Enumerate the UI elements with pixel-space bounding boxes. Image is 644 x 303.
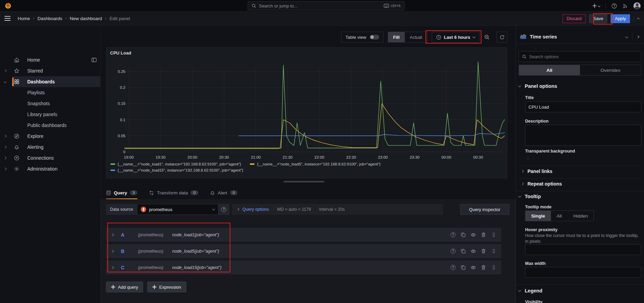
- query-row-c[interactable]: C (prometheus) node_load15{job="agent"}: [106, 260, 501, 274]
- news-rss-icon[interactable]: [623, 3, 628, 9]
- expand-query-icon[interactable]: [111, 266, 114, 269]
- sidebar-item-playlists[interactable]: Playlists: [0, 87, 101, 98]
- refresh-icon[interactable]: [496, 32, 507, 43]
- chevron-down-icon[interactable]: [4, 80, 6, 83]
- sidebar-item-explore[interactable]: Explore: [0, 131, 101, 142]
- panel-title[interactable]: CPU Load: [110, 50, 131, 55]
- expand-query-icon[interactable]: [111, 233, 114, 236]
- query-row-b[interactable]: B (prometheus) node_load5{job="agent"}: [106, 244, 501, 258]
- editor-tabs: Query 3 Transform data 0 Alert 0: [106, 187, 507, 198]
- discard-button[interactable]: Discard: [563, 14, 586, 23]
- tab-alert[interactable]: Alert 0: [210, 187, 237, 198]
- collapse-options-icon[interactable]: [637, 35, 639, 38]
- tab-overrides[interactable]: Overrides: [580, 65, 641, 75]
- max-width-input[interactable]: [525, 267, 641, 278]
- sidebar-item-label: Starred: [27, 68, 43, 74]
- hide-query-eye-icon[interactable]: [471, 249, 476, 254]
- drag-handle-icon[interactable]: [491, 249, 496, 254]
- breadcrumb-new-dashboard[interactable]: New dashboard: [70, 16, 102, 21]
- hide-query-eye-icon[interactable]: [471, 265, 476, 270]
- chevron-right-icon[interactable]: [4, 157, 6, 159]
- options-search[interactable]: [519, 51, 641, 62]
- chevron-right-icon[interactable]: [4, 69, 6, 72]
- plus-icon: [152, 285, 156, 289]
- zoom-out-time-icon[interactable]: [481, 32, 492, 43]
- sidebar-item-starred[interactable]: Starred: [0, 65, 101, 76]
- add-expression-button[interactable]: Expression: [147, 282, 186, 292]
- table-view-toggle[interactable]: [370, 35, 379, 39]
- hide-query-eye-icon[interactable]: [471, 232, 476, 238]
- menu-toggle-icon[interactable]: [4, 16, 11, 21]
- tooltip-mode-single[interactable]: Single: [525, 211, 551, 221]
- drag-handle-icon[interactable]: [491, 265, 496, 270]
- add-menu-button[interactable]: [592, 3, 600, 8]
- legend-item-node-load15[interactable]: {__name__="node_load15", instance="192.1…: [110, 168, 502, 172]
- tooltip-mode-hidden[interactable]: Hidden: [568, 211, 594, 221]
- query-row-a[interactable]: A (prometheus) node_load1{job="agent"}: [106, 228, 501, 242]
- panel-title-input[interactable]: [525, 101, 641, 112]
- time-series-chart[interactable]: 19:0019:3020:0020:3021:0021:3022:0022:30…: [106, 57, 507, 161]
- legend-swatch: [110, 170, 115, 171]
- expand-query-icon[interactable]: [111, 250, 114, 252]
- legend-item-node-load1[interactable]: {__name__="node_load1", instance="192.16…: [110, 162, 241, 166]
- add-query-button[interactable]: Add query: [106, 282, 143, 292]
- query-help-icon[interactable]: [450, 232, 456, 237]
- query-options-row[interactable]: Query options MD = auto = 1179 Interval …: [232, 204, 443, 215]
- global-search-input[interactable]: Search or jump to... ctrl+k: [248, 1, 404, 10]
- section-panel-options[interactable]: Panel options: [519, 83, 557, 89]
- chevron-right-icon[interactable]: [4, 168, 6, 170]
- tab-all[interactable]: All: [519, 65, 580, 75]
- chevron-right-icon[interactable]: [4, 135, 6, 138]
- options-search-input[interactable]: [529, 54, 638, 59]
- actual-option[interactable]: Actual: [405, 32, 427, 42]
- pane-resize-handle[interactable]: [283, 181, 324, 182]
- sidebar-item-public-dashboards[interactable]: Public dashboards: [0, 120, 101, 131]
- duplicate-icon[interactable]: [460, 249, 466, 254]
- fill-option[interactable]: Fill: [388, 32, 405, 42]
- delete-trash-icon[interactable]: [481, 232, 486, 237]
- legend-item-node-load5[interactable]: {__name__="node_load5", instance="192.16…: [250, 162, 380, 166]
- user-avatar[interactable]: [633, 2, 641, 10]
- breadcrumb-edit-panel: Edit panel: [109, 16, 130, 21]
- query-help-icon[interactable]: [450, 265, 456, 270]
- visualization-picker[interactable]: Time series: [516, 30, 644, 44]
- section-repeat-options[interactable]: Repeat options: [521, 181, 562, 187]
- section-legend[interactable]: Legend: [519, 288, 542, 293]
- section-tooltip[interactable]: Tooltip: [519, 194, 541, 199]
- duplicate-icon[interactable]: [460, 265, 466, 270]
- tab-transform-data[interactable]: Transform data 0: [149, 187, 198, 198]
- panel-description-input[interactable]: [525, 125, 641, 146]
- query-help-icon[interactable]: [450, 249, 456, 254]
- sidebar-item-connections[interactable]: Connections: [0, 153, 101, 163]
- datasource-picker[interactable]: prometheus: [137, 204, 218, 215]
- drag-handle-icon[interactable]: [491, 232, 496, 237]
- breadcrumb-dashboards[interactable]: Dashboards: [37, 16, 62, 21]
- query-inspector-button[interactable]: Query inspector: [460, 204, 509, 215]
- breadcrumb-home[interactable]: Home: [18, 16, 30, 21]
- delete-trash-icon[interactable]: [481, 265, 486, 270]
- help-icon[interactable]: [611, 3, 617, 9]
- plug-icon: [14, 155, 19, 161]
- sidebar-item-library-panels[interactable]: Library panels: [0, 109, 101, 120]
- tab-query[interactable]: Query 3: [106, 187, 137, 198]
- sidebar-item-alerting[interactable]: Alerting: [0, 142, 101, 153]
- sidebar-item-snapshots[interactable]: Snapshots: [0, 98, 101, 109]
- collapse-pane-icon[interactable]: [637, 18, 640, 20]
- query-options-link[interactable]: Query options: [242, 207, 269, 212]
- time-range-picker[interactable]: Last 6 hours: [432, 32, 479, 43]
- sidebar-item-administration[interactable]: Administration: [0, 163, 101, 174]
- delete-trash-icon[interactable]: [481, 249, 486, 254]
- sidebar-item-dashboards[interactable]: Dashboards: [0, 76, 101, 87]
- apply-button[interactable]: Apply: [611, 14, 630, 23]
- datasource-help-button[interactable]: [218, 204, 229, 215]
- section-panel-links[interactable]: Panel links: [521, 169, 552, 174]
- grafana-logo[interactable]: [4, 2, 12, 9]
- tab-count-badge: 0: [190, 190, 198, 195]
- tooltip-mode-all[interactable]: All: [551, 211, 568, 221]
- duplicate-icon[interactable]: [460, 232, 466, 237]
- sidebar-item-home[interactable]: Home: [0, 54, 101, 65]
- hover-proximity-input[interactable]: [525, 244, 641, 255]
- save-button[interactable]: Save: [589, 14, 608, 23]
- chevron-right-icon[interactable]: [4, 146, 6, 148]
- dock-sidebar-icon[interactable]: [91, 57, 97, 63]
